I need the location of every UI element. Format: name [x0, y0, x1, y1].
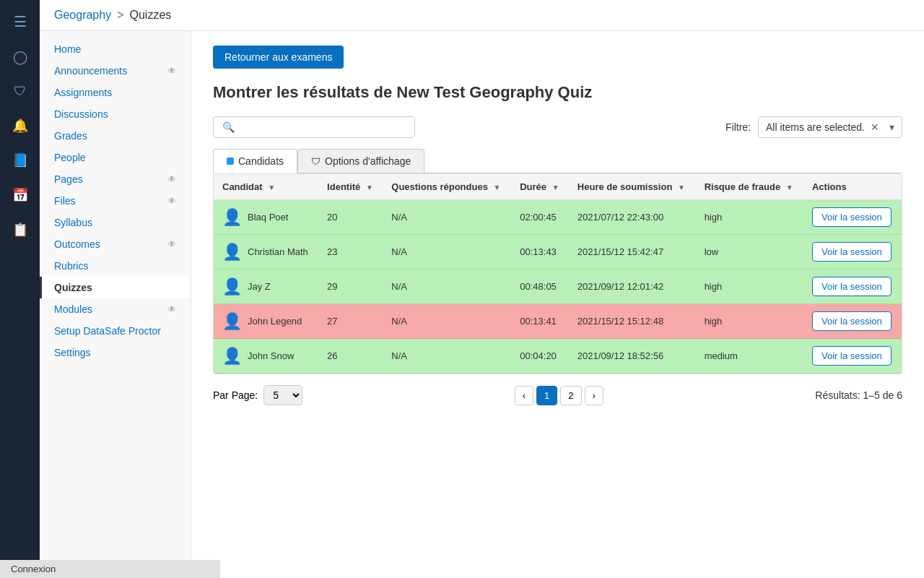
sidebar-item-announcements[interactable]: Announcements👁: [40, 60, 191, 82]
col-soumission: Heure de soumission ▼: [569, 174, 696, 200]
prev-page-btn[interactable]: ‹: [515, 386, 533, 405]
col-duree: Durée ▼: [511, 174, 569, 200]
table-row: 👤 Blaq Poet 20 N/A 02:00:45 2021/07/12 2…: [214, 200, 902, 235]
voir-session-button[interactable]: Voir la session: [812, 207, 892, 227]
table-header-row: Candidat ▼ Identité ▼ Questions répondue…: [214, 174, 902, 200]
sidebar-item-pages[interactable]: Pages👁: [40, 168, 191, 190]
nav-icon-shield[interactable]: 🛡: [0, 78, 40, 105]
filter-row: Filtre: All items are selected. ✕ ▾: [725, 116, 902, 138]
page-1-btn[interactable]: 1: [536, 386, 557, 405]
tab-candidats-label: Candidats: [238, 155, 284, 167]
candidate-name: Jay Z: [248, 281, 271, 292]
sidebar-item-label: Setup DataSafe Proctor: [54, 325, 161, 337]
cell-candidat: 👤 Blaq Poet: [214, 200, 318, 235]
sidebar-item-label: Grades: [54, 130, 87, 142]
col-candidat: Candidat ▼: [214, 174, 318, 200]
sidebar-item-settings[interactable]: Settings: [40, 342, 191, 363]
cell-questions: N/A: [383, 304, 511, 339]
sidebar-item-syllabus[interactable]: Syllabus: [40, 212, 191, 233]
sidebar-item-quizzes[interactable]: Quizzes: [40, 277, 191, 298]
sidebar-item-label: Modules: [54, 303, 92, 315]
per-page-select[interactable]: 5 10 20: [263, 385, 302, 405]
cell-duree: 00:04:20: [511, 339, 569, 374]
back-button[interactable]: Retourner aux examens: [213, 46, 344, 69]
cell-duree: 00:13:41: [511, 304, 569, 339]
tab-candidats[interactable]: Candidats: [213, 149, 297, 173]
voir-session-button[interactable]: Voir la session: [812, 277, 892, 296]
eye-icon[interactable]: 👁: [167, 174, 176, 184]
breadcrumb-current: Quizzes: [130, 9, 172, 22]
page-2-btn[interactable]: 2: [560, 386, 581, 405]
nav-icon-bell[interactable]: 🔔: [0, 112, 40, 139]
sidebar-item-outcomes[interactable]: Outcomes👁: [40, 233, 191, 255]
sidebar-item-people[interactable]: People: [40, 147, 191, 168]
cell-identite: 26: [318, 339, 383, 374]
cell-actions: Voir la session: [803, 304, 902, 339]
voir-session-button[interactable]: Voir la session: [812, 346, 892, 366]
cell-identite: 27: [318, 304, 383, 339]
breadcrumb-course-link[interactable]: Geography: [54, 9, 111, 22]
cell-candidat: 👤 Christian Math: [214, 235, 318, 269]
filter-close-icon[interactable]: ✕: [871, 121, 879, 133]
page-nav: ‹ 1 2 ›: [515, 386, 603, 405]
eye-icon[interactable]: 👁: [167, 239, 176, 249]
nav-icon-calendar[interactable]: 📅: [0, 181, 40, 209]
candidate-name: John Legend: [248, 316, 302, 327]
login-bar[interactable]: Connexion: [40, 560, 220, 578]
search-input[interactable]: [239, 121, 406, 133]
filter-value: All items are selected.: [766, 121, 865, 133]
sidebar-item-rubrics[interactable]: Rubrics: [40, 255, 191, 277]
tab-options-affichage[interactable]: 🛡 Options d'affichage: [297, 149, 424, 173]
sidebar-item-label: Home: [54, 43, 81, 55]
sidebar-item-label: People: [54, 152, 86, 163]
sidebar-item-label: Rubrics: [54, 260, 88, 272]
cell-duree: 00:48:05: [511, 269, 569, 304]
nav-icon-circle[interactable]: ◯: [0, 43, 40, 71]
tabs: Candidats 🛡 Options d'affichage: [213, 149, 902, 173]
breadcrumb-separator: >: [117, 9, 123, 22]
voir-session-button[interactable]: Voir la session: [812, 311, 892, 331]
cell-identite: 20: [318, 200, 383, 235]
cell-risque: high: [696, 200, 803, 235]
eye-icon[interactable]: 👁: [167, 304, 176, 314]
sidebar-item-label: Settings: [54, 347, 91, 358]
table-row: 👤 Christian Math 23 N/A 00:13:43 2021/15…: [214, 235, 902, 269]
results-table: Candidat ▼ Identité ▼ Questions répondue…: [214, 174, 902, 374]
col-identite: Identité ▼: [318, 174, 383, 200]
menu-icon[interactable]: ☰: [0, 7, 40, 36]
cell-candidat: 👤 John Snow: [214, 339, 318, 374]
candidate-name: Christian Math: [248, 246, 308, 257]
cell-questions: N/A: [383, 200, 511, 235]
cell-identite: 29: [318, 269, 383, 304]
next-page-btn[interactable]: ›: [585, 386, 603, 405]
sidebar-item-setup-datasafe-proctor[interactable]: Setup DataSafe Proctor: [40, 320, 191, 342]
per-page-label: Par Page:: [213, 389, 258, 401]
cell-soumission: 2021/09/12 18:52:56: [569, 339, 696, 374]
cell-duree: 00:13:43: [511, 235, 569, 269]
cell-duree: 02:00:45: [511, 200, 569, 235]
eye-icon[interactable]: 👁: [167, 66, 176, 76]
sidebar-item-label: Announcements: [54, 65, 127, 77]
nav-icon-clipboard[interactable]: 📋: [0, 216, 40, 243]
shield-tab-icon: 🛡: [311, 156, 321, 167]
eye-icon[interactable]: 👁: [167, 196, 176, 206]
cell-candidat: 👤 Jay Z: [214, 269, 318, 304]
sidebar-item-discussions[interactable]: Discussions: [40, 103, 191, 125]
cell-actions: Voir la session: [803, 269, 902, 304]
filter-chevron-icon[interactable]: ▾: [889, 121, 894, 133]
sidebar-item-assignments[interactable]: Assignments: [40, 82, 191, 103]
cell-identite: 23: [318, 235, 383, 269]
search-box[interactable]: 🔍: [213, 116, 415, 138]
sidebar-item-grades[interactable]: Grades: [40, 125, 191, 147]
sidebar-item-files[interactable]: Files👁: [40, 190, 191, 212]
col-actions: Actions: [803, 174, 902, 200]
sidebar-item-home[interactable]: Home: [40, 38, 191, 60]
sidebar-item-modules[interactable]: Modules👁: [40, 298, 191, 320]
sidebar-item-label: Quizzes: [54, 282, 92, 293]
voir-session-button[interactable]: Voir la session: [812, 242, 892, 262]
top-header: Geography > Quizzes: [40, 0, 924, 31]
left-nav: HomeAnnouncements👁AssignmentsDiscussions…: [40, 31, 191, 578]
cell-actions: Voir la session: [803, 200, 902, 235]
nav-icon-book[interactable]: 📘: [0, 147, 40, 174]
filter-select[interactable]: All items are selected. ✕ ▾: [758, 116, 902, 138]
